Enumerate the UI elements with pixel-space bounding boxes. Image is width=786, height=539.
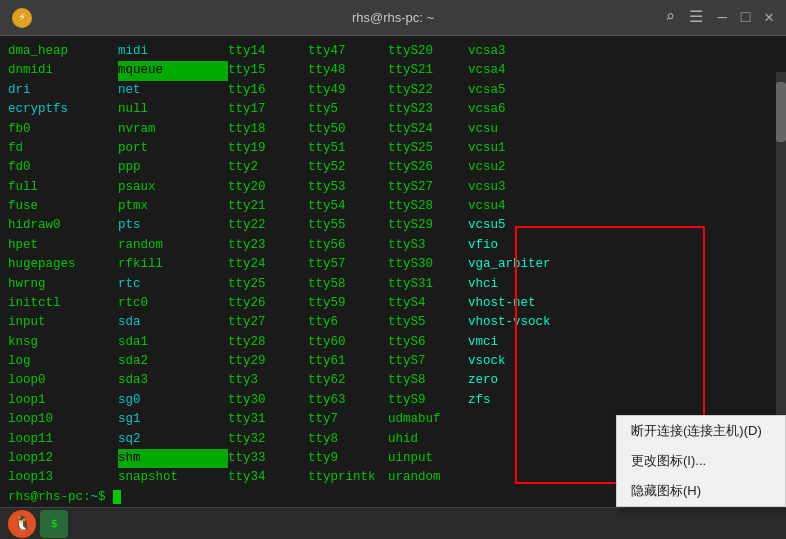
taskbar-terminal-item[interactable]: $ [40,510,68,538]
prompt-text: rhs@rhs-pc: [8,490,91,504]
list-item: ttyS27 [388,178,468,197]
list-item: ttyprintk [308,468,388,487]
list-item: fb0 [8,120,118,139]
list-item: urandom [388,468,468,487]
list-item: mqueue [118,61,228,80]
list-item: sda2 [118,352,228,371]
list-item: net [118,81,228,100]
list-item: tty50 [308,120,388,139]
maximize-button[interactable]: □ [741,10,751,26]
list-item: tty20 [228,178,308,197]
list-item: vfio [468,236,588,255]
list-item: tty59 [308,294,388,313]
list-item: hpet [8,236,118,255]
list-item: loop0 [8,371,118,390]
list-item: tty22 [228,216,308,235]
list-item: ecryptfs [8,100,118,119]
list-item: tty32 [228,430,308,449]
context-menu-item-disconnect[interactable]: 断开连接(连接主机)(D) [617,416,785,446]
terminal-icon: ⚡ [12,8,32,28]
list-item: tty15 [228,61,308,80]
list-item: loop1 [8,391,118,410]
list-item: loop13 [8,468,118,487]
list-item: ttyS26 [388,158,468,177]
list-item: vcsu3 [468,178,588,197]
list-item: tty14 [228,42,308,61]
terminal-area[interactable]: dma_heap midi tty14 tty47 ttyS20 vcsa3 d… [0,36,786,539]
menu-button[interactable]: ☰ [689,10,703,26]
list-item: knsg [8,333,118,352]
list-item: sda3 [118,371,228,390]
list-item: vcsu1 [468,139,588,158]
list-item: rtc0 [118,294,228,313]
window-controls: ⌕ ☰ — □ ✕ [666,10,775,26]
list-item: ptmx [118,197,228,216]
list-item: tty29 [228,352,308,371]
list-item [468,430,588,449]
list-item: tty58 [308,275,388,294]
list-item: tty51 [308,139,388,158]
list-item: tty61 [308,352,388,371]
list-item: ttyS3 [388,236,468,255]
list-item: tty5 [308,100,388,119]
list-item: tty26 [228,294,308,313]
list-item: tty19 [228,139,308,158]
list-item: ttyS25 [388,139,468,158]
search-button[interactable]: ⌕ [666,10,676,26]
scrollbar-thumb[interactable] [776,82,786,142]
list-item: tty49 [308,81,388,100]
taskbar: 🐧 $ [0,507,786,539]
list-item: vsock [468,352,588,371]
list-item: loop10 [8,410,118,429]
list-item: tty21 [228,197,308,216]
list-item: hwrng [8,275,118,294]
list-item: tty52 [308,158,388,177]
list-item: ttyS7 [388,352,468,371]
list-item: tty31 [228,410,308,429]
list-item: tty54 [308,197,388,216]
list-item: tty7 [308,410,388,429]
list-item: tty8 [308,430,388,449]
list-item: dri [8,81,118,100]
list-item: initctl [8,294,118,313]
list-item: vhci [468,275,588,294]
list-item: pts [118,216,228,235]
titlebar-left: ⚡ [12,8,32,28]
list-item: vhost-vsock [468,313,588,332]
list-item: nvram [118,120,228,139]
list-item: full [8,178,118,197]
list-item: ttyS22 [388,81,468,100]
list-item: vcsu2 [468,158,588,177]
list-item: tty30 [228,391,308,410]
list-item: vcsa5 [468,81,588,100]
list-item: random [118,236,228,255]
minimize-button[interactable]: — [717,10,727,26]
taskbar-ubuntu-icon[interactable]: 🐧 [8,510,36,538]
list-item: tty23 [228,236,308,255]
list-item: vcsu5 [468,216,588,235]
list-item: tty34 [228,468,308,487]
list-item: udmabuf [388,410,468,429]
list-item: tty62 [308,371,388,390]
list-item: sda [118,313,228,332]
list-item: ttyS5 [388,313,468,332]
list-item [468,410,588,429]
list-item: ttyS28 [388,197,468,216]
list-item: ttyS24 [388,120,468,139]
list-item: tty16 [228,81,308,100]
list-item: tty3 [228,371,308,390]
window-title: rhs@rhs-pc: ~ [352,10,434,25]
list-item: shm [118,449,228,468]
list-item: ttyS30 [388,255,468,274]
list-item: uhid [388,430,468,449]
context-menu-item-change-icon[interactable]: 更改图标(I)... [617,446,785,476]
list-item: uinput [388,449,468,468]
list-item: tty24 [228,255,308,274]
context-menu-item-hide-icon[interactable]: 隐藏图标(H) [617,476,785,506]
close-button[interactable]: ✕ [764,10,774,26]
list-item: tty25 [228,275,308,294]
list-item [468,449,588,468]
list-item: ttyS21 [388,61,468,80]
list-item: ttyS29 [388,216,468,235]
list-item: ttyS20 [388,42,468,61]
